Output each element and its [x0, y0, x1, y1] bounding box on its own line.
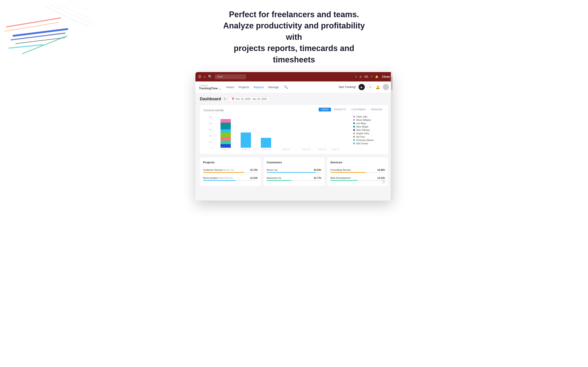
customers-panel: Customers Acme, Inc 34.62h Awesome Inc 1… [264, 158, 324, 186]
svg-rect-28 [221, 133, 231, 137]
add-icon-titlebar[interactable]: + [355, 75, 357, 78]
legend-leo-mayo: Leo Mayo [353, 122, 385, 125]
svg-text:30h: 30h [209, 129, 212, 131]
hero-title: Perfect for freelancers and teams. Analy… [216, 9, 372, 65]
app-window: ☰ ⌂ 🔍 + ⊙ 0/5 ? 🔔 Close Company Tracking… [195, 72, 393, 200]
notification-icon[interactable]: 🔔 [376, 85, 380, 89]
svg-rect-27 [221, 129, 231, 133]
legend-steve-williams: Steve Williams [353, 119, 385, 121]
nav-projects[interactable]: Projects [239, 85, 249, 89]
chart-legend: Claire Jobs Steve Williams Leo Mayo Alic… [353, 115, 385, 150]
svg-rect-25 [221, 123, 231, 126]
services-panel: Services Consulting Service 18.86h Web D… [327, 158, 388, 186]
svg-text:h: h [211, 147, 212, 149]
progress-fill [267, 180, 291, 181]
svg-text:10h: 10h [209, 141, 212, 143]
svg-text:40h: 40h [209, 122, 212, 125]
legend-sophie-hertz: Sophie Hertz [353, 132, 385, 135]
svg-rect-26 [221, 126, 231, 129]
date-range-badge[interactable]: 📅 Dec 14, 2020 - dec 20, 2020 [229, 97, 269, 101]
page-title: Dashboard [200, 97, 221, 101]
legend-dot [353, 139, 355, 141]
legend-dot [353, 126, 355, 128]
nav-hours[interactable]: Hours [226, 85, 234, 89]
activity-tabs: USERS PROJECTS CUSTOMERS SERVICES [319, 108, 385, 111]
progress-bar [267, 180, 321, 181]
svg-text:20 Dec / 20: 20 Dec / 20 [331, 149, 339, 150]
svg-rect-32 [241, 133, 251, 148]
customers-panel-title: Customers [267, 161, 321, 164]
legend-claire-jobs: Claire Jobs [353, 116, 385, 118]
legend-rob-gomez: Rob Gomez [353, 142, 385, 145]
nav-right: Start Tracking! ▶ + 🔔 [339, 84, 389, 90]
scrollbar-thumb[interactable] [391, 76, 393, 90]
close-button[interactable]: Close [382, 75, 390, 78]
svg-text:20h: 20h [209, 135, 212, 137]
service-row-1: Consulting Service 18.86h [330, 167, 385, 175]
counter-badge: 0/5 [364, 75, 368, 78]
legend-alice-wright: Alice Wright [353, 125, 385, 128]
svg-rect-30 [221, 141, 231, 144]
svg-text:19 Dec / 20: 19 Dec / 20 [318, 149, 326, 150]
timer-icon: ⊙ [359, 75, 362, 78]
account-activity-panel: Account activity USERS PROJECTS CUSTOMER… [200, 105, 388, 154]
legend-ale-toso: Ale Toso [353, 136, 385, 138]
services-panel-title: Services [330, 161, 385, 164]
calendar-icon: 📅 [232, 98, 235, 100]
progress-bar [203, 172, 258, 173]
progress-bar [330, 180, 385, 181]
svg-text:16 Dec / 20: 16 Dec / 20 [262, 149, 270, 150]
svg-rect-33 [261, 138, 271, 148]
nav-search-icon[interactable]: 🔍 [284, 85, 288, 89]
projects-panel: Projects Customer Service Acme, Inc 15.7… [200, 158, 261, 186]
search-input[interactable] [215, 74, 246, 79]
projects-panel-title: Projects [203, 161, 258, 164]
legend-dot [353, 129, 355, 131]
avatar[interactable] [383, 84, 389, 90]
hamburger-icon[interactable]: ☰ [198, 75, 201, 79]
tab-projects[interactable]: PROJECTS [332, 108, 348, 111]
search-icon-titlebar[interactable]: 🔍 [208, 75, 212, 79]
tab-customers[interactable]: CUSTOMERS [349, 108, 368, 111]
dashboard-header: Dashboard ↻ 📅 Dec 14, 2020 - dec 20, 202… [200, 97, 388, 101]
bell-icon[interactable]: 🔔 [375, 75, 379, 78]
chart-area: 50h 40h 30h 20h 10h h [203, 115, 385, 150]
company-label: Company [199, 84, 221, 87]
svg-rect-31 [221, 144, 231, 148]
tab-services[interactable]: SERVICES [369, 108, 385, 111]
svg-text:14 Dec / 20: 14 Dec / 20 [222, 149, 230, 150]
scrollbar[interactable] [391, 72, 393, 200]
svg-text:17 Dec / 20: 17 Dec / 20 [282, 149, 290, 150]
progress-bar [330, 172, 385, 173]
add-entry-button[interactable]: + [367, 84, 373, 90]
progress-bar [203, 180, 258, 181]
svg-text:15 Dec / 20: 15 Dec / 20 [242, 149, 250, 150]
help-icon[interactable]: ? [371, 75, 372, 78]
svg-text:50h: 50h [209, 116, 212, 118]
service-row-2: Web Development 12.53h [330, 175, 385, 183]
help-button[interactable]: ? [381, 179, 386, 184]
progress-fill [267, 172, 316, 173]
refresh-icon[interactable]: ↻ [224, 97, 226, 101]
svg-text:18 Dec / 20: 18 Dec / 20 [302, 149, 310, 150]
chart-container: 50h 40h 30h 20h 10h h [203, 115, 350, 150]
start-tracking-label: Start Tracking! [339, 85, 356, 89]
nav-reports[interactable]: Reports [254, 85, 264, 89]
title-bar: ☰ ⌂ 🔍 + ⊙ 0/5 ? 🔔 Close [195, 72, 393, 82]
legend-dot [353, 122, 355, 124]
legend-nick-obriann: Nick O'Briann [353, 129, 385, 131]
progress-fill [203, 172, 244, 173]
tab-users[interactable]: USERS [319, 108, 331, 111]
project-row-1: Customer Service Acme, Inc 15.76h [203, 167, 258, 175]
nav-manage[interactable]: Manage [268, 85, 279, 89]
home-icon[interactable]: ⌂ [203, 75, 206, 79]
project-row-2: Demo project Awesome Inc 12.53h [203, 175, 258, 183]
company-name: TrackingTime ... [199, 87, 221, 90]
legend-florencia-salmon: Florencia Salmon [353, 139, 385, 142]
bottom-panels: Projects Customer Service Acme, Inc 15.7… [200, 158, 388, 186]
customer-row-1: Acme, Inc 34.62h [267, 167, 321, 175]
play-button[interactable]: ▶ [359, 84, 365, 90]
legend-dot [353, 116, 355, 117]
progress-fill [330, 180, 358, 181]
svg-rect-29 [221, 137, 231, 141]
